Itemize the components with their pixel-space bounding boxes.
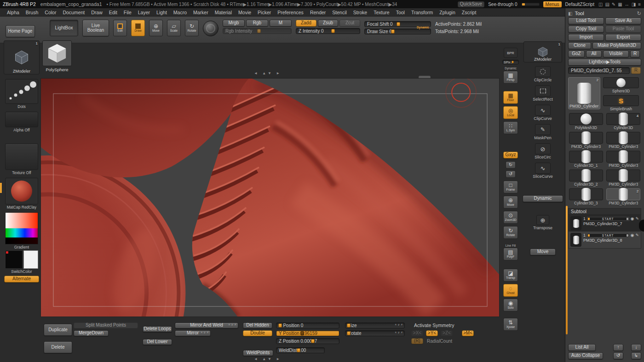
titlebar-icon[interactable]: ◨ <box>631 2 636 7</box>
menu-item[interactable]: Tool <box>393 10 408 15</box>
picker-slicecurve[interactable]: ∿ SliceCurve <box>533 163 553 179</box>
subtool-up-button[interactable]: ↑ <box>613 344 623 351</box>
alternate-button[interactable]: Alternate <box>4 276 39 283</box>
titlebar-icon[interactable]: ↔ <box>624 2 630 7</box>
titlebar-icon[interactable]: ≡ <box>638 2 641 7</box>
menu-item[interactable]: File <box>121 10 135 15</box>
picker-move-button[interactable]: Move <box>530 249 556 255</box>
picker-zmodeler[interactable]: 1 ZModeler <box>523 41 562 62</box>
edit-button[interactable]: Edit <box>113 20 127 36</box>
mirror-button[interactable]: Mirror x y z <box>175 330 211 336</box>
persp-button[interactable]: ▦ Persp <box>503 71 518 84</box>
lightbox-tools-button[interactable]: Lightbox▶Tools <box>568 59 641 66</box>
picker-clipcurve[interactable]: ∿ ClipCurve <box>534 105 552 121</box>
list-all-button[interactable]: List All <box>568 344 596 351</box>
clone-button[interactable]: Clone <box>568 42 591 49</box>
radial-r-button[interactable]: (R) <box>411 338 423 344</box>
menu-item[interactable]: Alpha <box>4 10 23 15</box>
goz-button[interactable]: GoZ <box>568 51 585 57</box>
delete-loops-button[interactable]: Delete Loops <box>143 326 172 332</box>
bpr-button[interactable]: BPR <box>504 48 518 58</box>
menu-item[interactable]: Draw <box>88 10 106 15</box>
secondary-color-swatch[interactable] <box>23 250 38 269</box>
gxyz-button[interactable]: Gxyz <box>503 152 518 158</box>
save-as-button[interactable]: Save As <box>605 17 641 24</box>
rotate-nav-button[interactable]: ↻ Rotate <box>503 226 518 239</box>
subtool-section-header[interactable]: Subtool <box>568 208 641 215</box>
picker-selectrect[interactable]: SelectRect <box>533 85 553 102</box>
split-masked-points-button[interactable]: Split Masked Points <box>74 322 138 328</box>
quicksave-button[interactable]: QuickSave <box>458 1 484 7</box>
dynamic-draw-size-label[interactable]: Dynamic <box>417 26 429 29</box>
del-lower-button[interactable]: Del Lower <box>143 339 172 345</box>
menu-item[interactable]: Texture <box>370 10 392 15</box>
goz-r-button[interactable]: R <box>630 51 640 57</box>
sym-x-button[interactable]: >X< <box>411 330 423 336</box>
tool-thumb[interactable]: 4 Cylinder3D <box>606 113 642 130</box>
current-tool-polysphere[interactable]: PolySphere <box>42 40 72 72</box>
zoom3d-button[interactable]: ⊙ Zoom3D <box>503 211 518 224</box>
draw-button[interactable]: Draw <box>131 20 145 36</box>
active-tool-r-button[interactable]: R <box>631 67 641 74</box>
del-hidden-button[interactable]: Del Hidden <box>243 322 272 328</box>
menu-item[interactable]: Stencil <box>329 10 350 15</box>
tool-thumb[interactable]: PolyMesh3D <box>568 113 604 130</box>
goz-visible-button[interactable]: Visible <box>603 51 629 57</box>
double-button[interactable]: Double <box>243 330 272 336</box>
move-button[interactable]: ⊕ Move <box>149 20 163 36</box>
x-position-slider[interactable]: X Position 0 <box>276 322 339 328</box>
export-button[interactable]: Export <box>605 34 641 41</box>
palette-refresh-icon[interactable]: ↻ <box>637 11 641 17</box>
paste-tool-button[interactable]: Paste Tool <box>605 26 641 33</box>
menu-item[interactable]: Stroke <box>350 10 370 15</box>
stroke-dots[interactable]: Dots <box>4 79 39 109</box>
palette-scrollbar[interactable] <box>566 206 568 334</box>
menu-item[interactable]: Brush <box>23 10 41 15</box>
rgb-button[interactable]: Rgb <box>246 20 268 27</box>
home-page-button[interactable]: Home Page <box>6 25 35 37</box>
size-slider[interactable]: Size x y z <box>345 322 405 328</box>
tool-thumb[interactable]: PM3D_Cylinder3 <box>606 132 642 149</box>
tool-thumb[interactable]: S SimpleBrush <box>602 95 640 111</box>
window-edge-handle[interactable] <box>639 220 644 232</box>
solo-button[interactable]: ◉ Solo <box>503 299 518 311</box>
viewport[interactable] <box>40 78 500 317</box>
picker-slicecirc[interactable]: ⊘ SliceCirc <box>535 143 551 159</box>
lsym-button[interactable]: ∷ L.Sym <box>503 121 518 134</box>
floor-button[interactable]: ▦ Floor <box>503 91 518 104</box>
make-polymesh3d-button[interactable]: Make PolyMesh3D <box>592 42 641 49</box>
titlebar-icon[interactable]: ◫ <box>598 2 603 7</box>
auto-collapse-button[interactable]: Auto Collapse <box>568 352 603 359</box>
menu-item[interactable]: Movie <box>235 10 254 15</box>
delete-button[interactable]: Delete <box>44 341 72 353</box>
spix-slider[interactable]: SPix 3 <box>502 60 519 64</box>
menu-item[interactable]: Zscript <box>459 10 480 15</box>
transpose-button[interactable]: ⊕ Transpose <box>533 215 552 230</box>
menu-item[interactable]: Material <box>212 10 235 15</box>
eye-icon[interactable]: ◉ <box>631 233 634 238</box>
import-button[interactable]: Import <box>568 34 604 41</box>
zsub-button[interactable]: Zsub <box>318 20 339 27</box>
eye-icon[interactable]: ◉ <box>631 217 634 221</box>
redo-nav-button[interactable]: ↳ <box>631 352 641 359</box>
texture-selector[interactable]: Texture Off <box>4 143 39 175</box>
menu-item[interactable]: Document <box>59 10 88 15</box>
y-position-slider[interactable]: Y Position 3.96159 <box>276 330 339 336</box>
rotate-button[interactable]: ↻ Rotate <box>185 20 199 36</box>
orbit-icon-button[interactable]: ↺ <box>506 170 516 178</box>
titlebar-icon[interactable]: ✎ <box>611 2 616 7</box>
scale-button[interactable]: ▱ Scale <box>167 20 181 36</box>
rotate-slider[interactable]: Rotate x y z <box>345 330 405 336</box>
paint-icon[interactable]: ✎ <box>635 217 639 221</box>
see-through-slider[interactable] <box>521 3 540 6</box>
live-boolean-button[interactable]: Live Boolean <box>82 20 109 36</box>
tool-thumb[interactable]: Cylinder3D_3 <box>568 188 604 205</box>
dynamic-button[interactable]: Dynamic <box>523 195 563 202</box>
frame-button[interactable]: □ Frame <box>503 181 518 193</box>
lightbox-button[interactable]: LightBox <box>50 20 78 36</box>
menu-item[interactable]: Edit <box>106 10 121 15</box>
copy-tool-button[interactable]: Copy Tool <box>568 26 604 33</box>
goz-all-button[interactable]: All <box>586 51 602 57</box>
mirror-and-weld-button[interactable]: Mirror And Weld x y z <box>175 322 238 328</box>
switch-color[interactable]: SwitchColor <box>4 250 39 274</box>
